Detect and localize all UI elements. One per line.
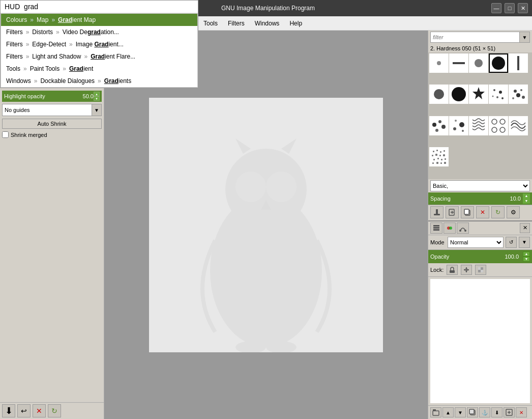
guides-dropdown[interactable]: No guides ▼: [2, 104, 102, 116]
brush-cell-7[interactable]: [449, 85, 468, 104]
mode-extra-btn1[interactable]: ↺: [506, 237, 517, 248]
mode-extra-btn2[interactable]: ▼: [519, 237, 530, 248]
hud-result-filters-distorts[interactable]: Filters » Distorts » Video Degradation..…: [1, 26, 197, 38]
brush-actions: ✕ ↻ ⚙: [428, 205, 532, 219]
layers-new-group-btn[interactable]: [430, 407, 441, 417]
tool-reset-btn[interactable]: ↻: [48, 404, 61, 417]
svg-marker-79: [467, 269, 469, 271]
shrink-merged-row: Shrink merged: [0, 130, 104, 139]
svg-marker-77: [465, 271, 467, 272]
spacing-down-btn[interactable]: ▼: [523, 199, 530, 204]
menu-help[interactable]: Help: [284, 18, 307, 29]
hud-search-input[interactable]: [5, 3, 194, 11]
brush-cell-12[interactable]: [449, 116, 468, 135]
brush-cell-4[interactable]: [489, 53, 508, 73]
layers-raise-btn[interactable]: ▲: [442, 407, 454, 417]
layers-delete-btn[interactable]: ✕: [516, 407, 527, 417]
tool-undo-btn[interactable]: ↩: [17, 404, 31, 417]
layers-tab-layers[interactable]: [430, 222, 442, 234]
svg-point-21: [452, 87, 466, 101]
brush-cell-2[interactable]: [449, 53, 468, 73]
svg-point-33: [432, 123, 436, 127]
brush-tag-select[interactable]: Basic,: [430, 180, 530, 191]
brush-refresh-btn[interactable]: ↻: [491, 206, 505, 218]
menu-tools[interactable]: Tools: [198, 18, 223, 29]
lock-row: Lock:: [428, 263, 532, 277]
brush-cell-1[interactable]: [429, 53, 449, 73]
opacity-up-btn[interactable]: ▲: [523, 252, 530, 257]
menu-filters[interactable]: Filters: [223, 18, 250, 29]
hud-result-filters-edge[interactable]: Filters » Edge-Detect » Image Gradient..…: [1, 38, 197, 50]
svg-point-38: [459, 122, 464, 127]
brush-cell-10[interactable]: [509, 85, 528, 104]
lock-paint-btn[interactable]: [447, 265, 458, 275]
svg-marker-4: [235, 138, 251, 154]
opacity-label: Opacity: [430, 254, 499, 260]
mode-select[interactable]: Normal: [448, 237, 504, 248]
brush-cell-6[interactable]: [429, 85, 449, 104]
canvas-content: [149, 98, 383, 352]
layers-lower-btn[interactable]: ▼: [455, 407, 466, 417]
brush-cell-8[interactable]: [469, 85, 488, 104]
brush-new-btn[interactable]: [446, 206, 459, 218]
brush-settings-btn[interactable]: ⚙: [507, 206, 520, 218]
brush-cell-9[interactable]: [489, 85, 508, 104]
layers-anchor-btn[interactable]: ⚓: [479, 407, 490, 417]
lock-label: Lock:: [430, 267, 444, 273]
lock-alpha-btn[interactable]: [475, 265, 486, 275]
svg-point-74: [464, 230, 466, 232]
svg-point-30: [516, 93, 520, 97]
shrink-merged-checkbox[interactable]: [2, 131, 9, 138]
opacity-down-btn[interactable]: ▼: [523, 257, 530, 262]
brush-cell-13[interactable]: [469, 116, 488, 135]
spacing-up-btn[interactable]: ▲: [523, 193, 530, 199]
close-button[interactable]: ✕: [518, 3, 528, 13]
svg-rect-49: [432, 155, 433, 156]
highlight-opacity-label: Highlight opacity: [4, 93, 45, 99]
highlight-opacity-up[interactable]: ▲: [94, 92, 100, 96]
svg-point-24: [499, 91, 502, 94]
lock-move-btn[interactable]: [461, 265, 472, 275]
highlight-opacity-input[interactable]: [74, 92, 94, 101]
layers-tab-channels[interactable]: [444, 222, 456, 234]
layers-duplicate-btn[interactable]: [467, 407, 478, 417]
tool-delete-btn[interactable]: ✕: [33, 404, 46, 417]
minimize-button[interactable]: —: [491, 3, 501, 13]
hud-result-windows-gradients[interactable]: Windows » Dockable Dialogues » Gradients: [1, 75, 197, 87]
brush-paint-btn[interactable]: [430, 206, 444, 218]
layers-new-btn[interactable]: [504, 407, 515, 417]
brush-cell-3[interactable]: [469, 53, 488, 73]
layers-panel-close[interactable]: ✕: [520, 223, 530, 233]
auto-shrink-button[interactable]: Auto Shrink: [2, 119, 102, 129]
brush-cell-5[interactable]: [509, 53, 528, 73]
shrink-merged-label[interactable]: Shrink merged: [11, 132, 47, 138]
brush-cell-15[interactable]: [509, 116, 528, 135]
layers-merge-btn[interactable]: ⬇: [491, 407, 503, 417]
hud-result-tools-gradient[interactable]: Tools » Paint Tools » Gradient: [1, 63, 197, 75]
brush-cell-11[interactable]: [429, 116, 449, 135]
brush-cell-16[interactable]: [429, 147, 449, 166]
tool-save-btn[interactable]: ⬇: [2, 404, 15, 417]
hud-result-filters-light[interactable]: Filters » Light and Shadow » Gradient Fl…: [1, 50, 197, 63]
svg-point-27: [492, 96, 494, 97]
layers-tab-paths[interactable]: [457, 222, 469, 234]
brush-duplicate-btn[interactable]: [461, 206, 474, 218]
alpha-lock-icon: [478, 267, 484, 273]
menu-bar: Tools Filters Windows Help: [198, 16, 532, 31]
guides-text: No guides: [3, 107, 92, 113]
brush-filter-input[interactable]: [430, 32, 520, 43]
brush-cell-14[interactable]: [489, 116, 508, 135]
brush-filter-dropdown[interactable]: ▼: [520, 32, 530, 43]
svg-rect-46: [436, 150, 438, 151]
layers-icon: [433, 225, 440, 232]
maximize-button[interactable]: □: [505, 3, 515, 13]
brush-filter-row: ▼: [430, 32, 530, 43]
svg-point-3: [266, 172, 297, 202]
hud-result-colours-gradient[interactable]: Colours » Map » Gradient Map: [1, 14, 197, 26]
highlight-opacity-down[interactable]: ▼: [94, 96, 100, 101]
svg-rect-59: [440, 162, 442, 164]
brush-delete-btn[interactable]: ✕: [476, 206, 489, 218]
menu-windows[interactable]: Windows: [250, 18, 285, 29]
layers-panel-header: ✕: [428, 221, 532, 235]
spacing-label: Spacing: [430, 195, 500, 202]
